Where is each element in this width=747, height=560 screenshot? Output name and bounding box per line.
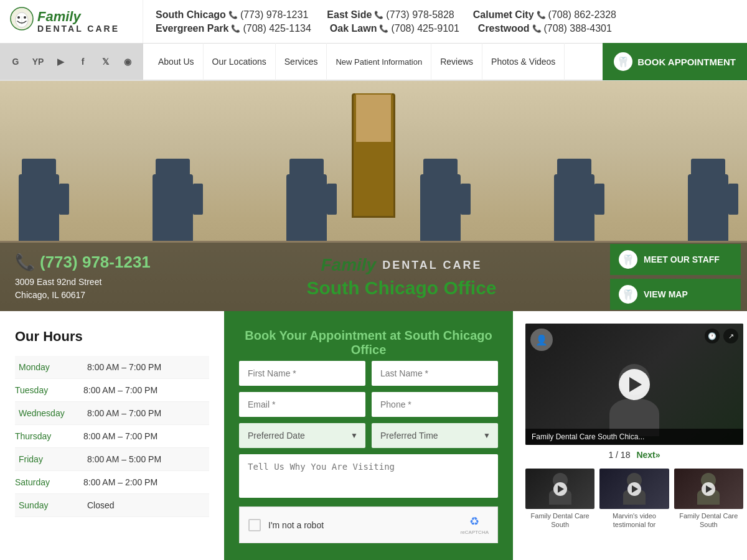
video-nav: 1 / 18 Next» (525, 445, 743, 465)
hours-monday: Monday 8:00 AM – 7:00 PM (15, 356, 209, 379)
main-content: Our Hours Monday 8:00 AM – 7:00 PM Tuesd… (0, 311, 747, 560)
logo-icon (6, 6, 37, 37)
preferred-time-select[interactable]: Preferred Time (372, 423, 498, 448)
instagram-icon[interactable]: ◉ (121, 55, 134, 68)
tooth-nav-icon: 🦷 (614, 52, 632, 71)
video-play-overlay[interactable] (525, 324, 743, 445)
last-name-input[interactable] (372, 361, 498, 386)
thumb-play-3 (702, 482, 715, 496)
hero-overlay: 📞 (773) 978-1231 3009 East 92nd Street C… (0, 243, 747, 311)
phone-east-side[interactable]: East Side 📞 (773) 978-5828 (327, 9, 454, 21)
youtube-icon[interactable]: ▶ (54, 55, 67, 68)
form-contact-row (239, 392, 498, 417)
preferred-date-wrap: Preferred Date ▼ (239, 423, 365, 448)
logo-text: Family DENTAL CARE (37, 9, 120, 34)
captcha-checkbox[interactable] (248, 519, 261, 531)
google-icon[interactable]: G (9, 55, 22, 68)
preferred-date-select[interactable]: Preferred Date (239, 423, 365, 448)
recaptcha-logo: ♻ reCAPTCHA (461, 515, 489, 535)
preferred-time-wrap: Preferred Time ▼ (372, 423, 498, 448)
header-top: Family DENTAL CARE South Chicago 📞 (773)… (0, 0, 747, 44)
logo-family: Family (37, 9, 120, 24)
hours-table: Monday 8:00 AM – 7:00 PM Tuesday 8:00 AM… (15, 356, 209, 517)
form-title: Book Your Appointment at South Chicago O… (239, 329, 498, 357)
logo-section: Family DENTAL CARE (0, 0, 143, 43)
hero-office-branding: Family DENTAL CARE South Chicago Office (193, 255, 610, 299)
hero-address: 3009 East 92nd Street Chicago, IL 60617 (15, 276, 178, 302)
hero-logo: Family DENTAL CARE (321, 255, 482, 275)
phone-calumet[interactable]: Calumet City 📞 (708) 862-2328 (473, 9, 616, 21)
phone-evergreen[interactable]: Evergreen Park 📞 (708) 425-1134 (156, 23, 311, 34)
thumb-play-2 (627, 482, 641, 496)
nav-reviews[interactable]: Reviews (431, 43, 482, 80)
reason-textarea[interactable] (239, 454, 498, 498)
hours-wednesday: Wednesday 8:00 AM – 7:00 PM (15, 402, 209, 425)
thumb-3[interactable]: Family Dental Care South (674, 469, 743, 530)
svg-point-3 (17, 16, 20, 19)
phone-crestwood[interactable]: Crestwood 📞 (708) 388-4301 (478, 23, 612, 34)
email-input[interactable] (239, 392, 365, 417)
nav-locations[interactable]: Our Locations (204, 43, 276, 80)
next-video-button[interactable]: Next» (636, 450, 660, 460)
hours-saturday: Saturday 8:00 AM – 2:00 PM (15, 471, 209, 494)
view-map-button[interactable]: 🦷 VIEW MAP (610, 279, 741, 310)
nav-services[interactable]: Services (276, 43, 327, 80)
facebook-icon[interactable]: f (76, 55, 90, 68)
video-thumbnails: Family Dental Care South Marvin's video … (525, 469, 743, 530)
social-bar: G YP ▶ f 𝕏 ◉ (0, 44, 143, 80)
captcha-box[interactable]: I'm not a robot ♻ reCAPTCHA (239, 506, 498, 543)
thumb-label-2: Marvin's video testimonial for (599, 511, 669, 530)
hero-phone-number[interactable]: 📞 (773) 978-1231 (15, 253, 178, 272)
logo-dental-care: DENTAL CARE (37, 24, 120, 34)
thumb-img-2[interactable] (599, 469, 669, 509)
hours-sunday: Sunday Closed (15, 494, 209, 517)
thumb-1[interactable]: Family Dental Care South (525, 469, 594, 530)
video-section: 👤 🕐 ↗ Family Dental Care South Chica... … (513, 311, 747, 560)
nav-row: G YP ▶ f 𝕏 ◉ About Us Our Locations Serv… (0, 44, 747, 81)
thumb-img-3[interactable] (674, 469, 743, 509)
tooth-icon-staff: 🦷 (619, 250, 637, 269)
phone-input[interactable] (372, 392, 498, 417)
tooth-icon-map: 🦷 (619, 285, 637, 304)
appointment-form-section: Book Your Appointment at South Chicago O… (224, 311, 513, 560)
hours-thursday: Thursday 8:00 AM – 7:00 PM (15, 425, 209, 448)
meet-staff-button[interactable]: 🦷 MEET OUR STAFF (610, 244, 741, 275)
hero-section: 📞 (773) 978-1231 3009 East 92nd Street C… (0, 81, 747, 311)
twitter-icon[interactable]: 𝕏 (98, 55, 112, 68)
phones-section: South Chicago 📞 (773) 978-1231 East Side… (143, 0, 747, 43)
thumb-label-3: Family Dental Care South (674, 511, 743, 530)
svg-point-4 (24, 16, 26, 19)
form-datetime-row: Preferred Date ▼ Preferred Time ▼ (239, 423, 498, 448)
thumb-img-1[interactable] (525, 469, 594, 509)
form-name-row (239, 361, 498, 386)
hours-tuesday: Tuesday 8:00 AM – 7:00 PM (15, 379, 209, 402)
phone-south-chicago[interactable]: South Chicago 📞 (773) 978-1231 (156, 9, 308, 21)
video-player[interactable]: 👤 🕐 ↗ Family Dental Care South Chica... (525, 324, 743, 445)
book-appointment-button[interactable]: 🦷 BOOK APPOINTMENT (603, 43, 747, 80)
thumb-label-1: Family Dental Care South (525, 511, 594, 530)
nav-photos[interactable]: Photos & Videos (482, 43, 565, 80)
main-nav: About Us Our Locations Services New Pati… (143, 44, 747, 80)
thumb-2[interactable]: Marvin's video testimonial for (599, 469, 669, 530)
hours-friday: Friday 8:00 AM – 5:00 PM (15, 448, 209, 471)
hero-contact-info: 📞 (773) 978-1231 3009 East 92nd Street C… (0, 243, 193, 312)
play-button[interactable] (619, 369, 650, 400)
thumb-play-1 (553, 482, 567, 496)
hero-office-name: South Chicago Office (306, 278, 496, 299)
phone-icon: 📞 (15, 253, 35, 272)
video-title-bar: Family Dental Care South Chica... (525, 429, 743, 445)
hours-section: Our Hours Monday 8:00 AM – 7:00 PM Tuesd… (0, 311, 224, 560)
hero-buttons: 🦷 MEET OUR STAFF 🦷 VIEW MAP (610, 244, 747, 310)
phone-oak-lawn[interactable]: Oak Lawn 📞 (708) 425-9101 (330, 23, 459, 34)
yp-icon[interactable]: YP (31, 55, 45, 68)
first-name-input[interactable] (239, 361, 365, 386)
nav-about[interactable]: About Us (149, 43, 204, 80)
nav-new-patient[interactable]: New Patient Information (327, 43, 431, 80)
hours-title: Our Hours (15, 329, 209, 345)
